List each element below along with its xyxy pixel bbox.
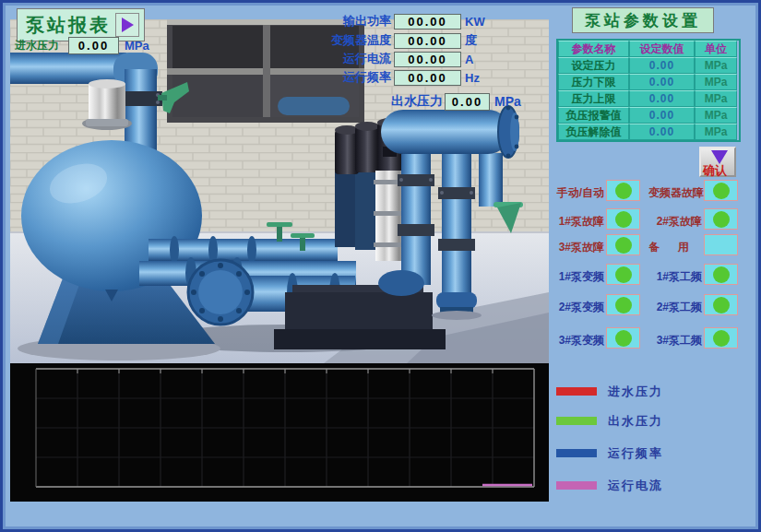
lamp-on bbox=[713, 330, 730, 347]
setting-name: 负压报警值 bbox=[558, 107, 629, 124]
col-header-unit: 单位 bbox=[695, 41, 737, 57]
lamp-on bbox=[615, 183, 632, 199]
status-label-pump3-vfd: 3#泵变频 bbox=[553, 333, 604, 349]
legend-label-inlet: 进水压力 bbox=[608, 384, 663, 400]
setting-unit: MPa bbox=[695, 124, 737, 140]
setting-unit: MPa bbox=[695, 74, 737, 90]
output-power-readout: 输出功率 00.00 KW bbox=[310, 13, 527, 30]
param-value: 00.00 bbox=[394, 33, 461, 49]
param-unit: 度 bbox=[465, 32, 477, 49]
status-label-pump3-mains: 3#泵工频 bbox=[648, 333, 702, 349]
legend-swatch-inlet bbox=[556, 387, 597, 396]
lamp-on bbox=[615, 330, 632, 347]
inlet-pressure-readout: 进水压力 0.00 MPa bbox=[15, 37, 149, 54]
lamp-pump1-mains[interactable] bbox=[704, 264, 738, 285]
status-label-manual-auto: 手动/自动 bbox=[547, 185, 604, 201]
col-header-name: 参数名称 bbox=[558, 41, 629, 57]
inlet-pressure-value: 0.00 bbox=[68, 37, 119, 54]
run-current-readout: 运行电流 00.00 A bbox=[310, 51, 527, 67]
status-label-vfd-fault: 变频器故障 bbox=[636, 185, 704, 201]
inlet-pressure-label: 进水压力 bbox=[15, 38, 68, 53]
status-label-pump2-vfd: 2#泵变频 bbox=[553, 300, 604, 315]
legend-swatch-current bbox=[556, 481, 597, 490]
lamp-pump1-vfd[interactable] bbox=[606, 264, 640, 285]
legend-swatch-outlet bbox=[556, 417, 597, 425]
param-value: 00.00 bbox=[394, 52, 461, 67]
settings-panel-title: 泵站参数设置 bbox=[572, 7, 714, 33]
lamp-on bbox=[713, 266, 730, 283]
status-label-pump1-vfd: 1#泵变频 bbox=[553, 269, 604, 285]
inverter-temp-readout: 变频器温度 00.00 度 bbox=[310, 32, 527, 49]
setting-name: 负压解除值 bbox=[558, 124, 629, 140]
outlet-pressure-value: 0.00 bbox=[445, 93, 490, 111]
setting-value[interactable]: 0.00 bbox=[629, 107, 695, 124]
lamp-vfd-fault[interactable] bbox=[704, 180, 738, 201]
hmi-screen: 泵站报表 进水压力 0.00 MPa 输出功率 00.00 KW 变频器温度 0… bbox=[0, 0, 761, 532]
param-unit: KW bbox=[465, 15, 485, 29]
status-label-pump3-fault: 3#泵故障 bbox=[553, 240, 604, 255]
legend-label-frequency: 运行频率 bbox=[608, 445, 663, 462]
param-label: 运行频率 bbox=[310, 69, 391, 86]
lamp-pump2-fault[interactable] bbox=[704, 208, 738, 230]
setting-name: 设定压力 bbox=[558, 57, 629, 74]
setting-unit: MPa bbox=[695, 107, 737, 124]
lamp-on bbox=[713, 183, 730, 199]
trend-grid bbox=[10, 363, 549, 502]
status-label-pump2-fault: 2#泵故障 bbox=[648, 214, 702, 230]
param-label: 输出功率 bbox=[310, 13, 391, 30]
setting-unit: MPa bbox=[695, 57, 737, 74]
trend-chart bbox=[10, 363, 549, 502]
settings-table: 参数名称 设定数值 单位 设定压力 0.00 MPa 压力下限 0.00 MPa… bbox=[556, 39, 741, 142]
legend-swatch-frequency bbox=[556, 449, 597, 457]
setting-value[interactable]: 0.00 bbox=[629, 90, 695, 107]
param-value: 00.00 bbox=[394, 70, 461, 86]
run-frequency-readout: 运行频率 00.00 Hz bbox=[310, 69, 527, 86]
setting-unit: MPa bbox=[695, 90, 737, 107]
setting-value[interactable]: 0.00 bbox=[629, 74, 695, 90]
legend-label-outlet: 出水压力 bbox=[608, 413, 663, 430]
outlet-pressure-label: 出水压力 bbox=[386, 93, 443, 110]
setting-value[interactable]: 0.00 bbox=[629, 124, 695, 140]
lamp-on bbox=[615, 237, 632, 254]
param-unit: A bbox=[465, 53, 473, 66]
outlet-pressure-readout: 出水压力 0.00 MPa bbox=[386, 92, 552, 111]
status-label-spare: 备 用 bbox=[643, 240, 702, 255]
lamp-pump2-mains[interactable] bbox=[704, 294, 738, 315]
status-label-pump1-fault: 1#泵故障 bbox=[553, 214, 604, 230]
legend-label-current: 运行电流 bbox=[608, 478, 663, 494]
lamp-spare[interactable] bbox=[704, 234, 738, 255]
inlet-pressure-unit: MPa bbox=[125, 39, 149, 53]
param-label: 变频器温度 bbox=[310, 32, 391, 49]
confirm-button[interactable]: 确认 bbox=[699, 147, 736, 177]
play-icon[interactable] bbox=[115, 13, 139, 37]
confirm-button-label: 确认 bbox=[703, 162, 727, 179]
lamp-pump3-fault[interactable] bbox=[606, 234, 640, 255]
param-unit: Hz bbox=[465, 71, 480, 85]
report-button-label: 泵站报表 bbox=[26, 13, 111, 38]
lamp-on bbox=[615, 297, 632, 313]
status-label-pump2-mains: 2#泵工频 bbox=[648, 300, 702, 315]
lamp-pump3-vfd[interactable] bbox=[606, 327, 640, 349]
setting-name: 压力下限 bbox=[558, 74, 629, 90]
lamp-on bbox=[713, 211, 730, 228]
lamp-pump3-mains[interactable] bbox=[704, 327, 738, 349]
param-label: 运行电流 bbox=[310, 51, 391, 67]
status-label-pump1-mains: 1#泵工频 bbox=[648, 269, 702, 285]
lamp-pump1-fault[interactable] bbox=[606, 208, 640, 230]
param-value: 00.00 bbox=[394, 14, 461, 30]
trend-legend: 进水压力 出水压力 运行频率 运行电流 bbox=[549, 372, 761, 505]
lamp-on bbox=[713, 297, 730, 313]
lamp-pump2-vfd[interactable] bbox=[606, 294, 640, 315]
setting-name: 压力上限 bbox=[558, 90, 629, 107]
col-header-value: 设定数值 bbox=[629, 41, 695, 57]
lamp-on bbox=[615, 211, 632, 228]
outlet-pressure-unit: MPa bbox=[494, 94, 521, 109]
setting-value[interactable]: 0.00 bbox=[629, 57, 695, 74]
lamp-on bbox=[615, 266, 632, 283]
